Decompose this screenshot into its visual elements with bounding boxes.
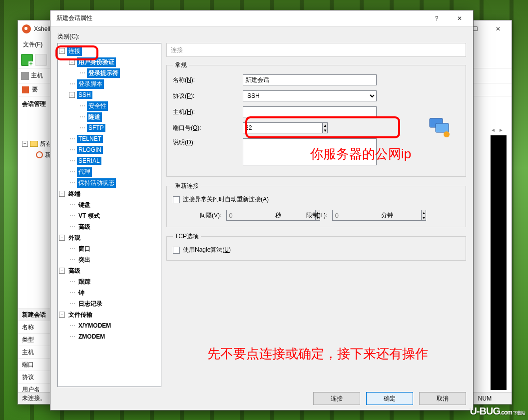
close-button[interactable]: ✕ bbox=[487, 21, 510, 36]
terminal-area bbox=[491, 135, 507, 390]
tree-advanced[interactable]: 高级 bbox=[77, 222, 92, 232]
auto-reconnect-checkbox[interactable] bbox=[173, 196, 180, 203]
dialog-close-button[interactable]: ✕ bbox=[448, 11, 471, 26]
tree-rlogin[interactable]: RLOGIN bbox=[77, 146, 103, 154]
tree-window[interactable]: 窗口 bbox=[77, 244, 92, 254]
tree-highlight[interactable]: 突出 bbox=[77, 255, 92, 265]
cancel-button[interactable]: 取消 bbox=[419, 392, 466, 405]
port-spinner[interactable]: ▲▼ bbox=[243, 122, 289, 133]
protocol-select[interactable]: SSH bbox=[243, 90, 377, 101]
tree-ssh[interactable]: SSH bbox=[77, 91, 92, 99]
tree-login-prompt[interactable]: 登录提示符 bbox=[87, 68, 120, 78]
dialog-titlebar[interactable]: 新建会话属性 ? ✕ bbox=[50, 10, 473, 26]
tree-keepalive[interactable]: 保持活动状态 bbox=[77, 178, 116, 188]
dialog-button-row: 连接 确定 取消 bbox=[57, 387, 466, 405]
limit-spinner: ▲▼ bbox=[332, 210, 376, 221]
tree-logging[interactable]: 日志记录 bbox=[77, 299, 104, 309]
new-session-icon[interactable]: + bbox=[21, 54, 33, 66]
pane-title: 连接 bbox=[166, 43, 466, 57]
tree-bell[interactable]: 钟 bbox=[77, 288, 86, 298]
session-icon bbox=[36, 151, 43, 158]
category-tree[interactable]: −连接 −用户身份验证 ⋯登录提示符 ⋯登录脚本 −SSH ⋯安全性 ⋯隧道 ⋯… bbox=[57, 43, 161, 387]
tree-collapse-icon[interactable]: − bbox=[22, 141, 28, 147]
spin-up-icon[interactable]: ▲ bbox=[323, 123, 327, 128]
tree-toggle-icon[interactable]: − bbox=[69, 92, 75, 98]
tree-auth[interactable]: 用户身份验证 bbox=[77, 57, 116, 67]
new-session-dialog: 新建会话属性 ? ✕ 类别(C): −连接 −用户身份验证 ⋯登录提示符 ⋯登录… bbox=[50, 10, 474, 411]
name-label: 名称(N): bbox=[173, 76, 243, 84]
svg-point-2 bbox=[444, 131, 450, 137]
xshell-logo-icon bbox=[22, 24, 31, 33]
status-left: 未连接。 bbox=[22, 394, 46, 403]
general-legend: 常规 bbox=[173, 61, 189, 69]
ok-button[interactable]: 确定 bbox=[366, 392, 413, 405]
reconnect-legend: 重新连接 bbox=[173, 182, 201, 190]
interval-unit: 秒 bbox=[275, 211, 281, 220]
tcp-group: TCP选项 使用Nagle算法(U) bbox=[166, 232, 466, 261]
spin-down-icon[interactable]: ▼ bbox=[323, 128, 327, 133]
toolbar-icon[interactable] bbox=[35, 54, 47, 66]
tree-toggle-icon[interactable]: − bbox=[59, 268, 65, 274]
tree-advanced2[interactable]: 高级 bbox=[67, 266, 82, 276]
limit-input bbox=[332, 210, 421, 221]
tree-proxy[interactable]: 代理 bbox=[77, 167, 92, 177]
tree-xymodem[interactable]: X/YMODEM bbox=[77, 322, 112, 330]
tree-toggle-icon[interactable]: − bbox=[59, 48, 65, 54]
address-label: 主机 bbox=[31, 71, 43, 80]
tree-serial[interactable]: SERIAL bbox=[77, 157, 101, 165]
tree-toggle-icon[interactable]: − bbox=[59, 235, 65, 241]
tree-terminal[interactable]: 终端 bbox=[67, 189, 82, 199]
tree-file-transfer[interactable]: 文件传输 bbox=[67, 310, 94, 320]
limit-label: 限制(L): bbox=[306, 211, 327, 220]
reconnect-group: 重新连接 连接异常关闭时自动重新连接(A) 间隔(V): ▲▼ 秒 bbox=[166, 182, 466, 227]
host-label: 主机(H): bbox=[173, 108, 243, 116]
tree-sftp[interactable]: SFTP bbox=[87, 124, 105, 132]
settings-pane: 连接 常规 名称(N): 协议(P bbox=[166, 43, 466, 387]
help-button[interactable]: ? bbox=[425, 11, 448, 26]
flag-icon bbox=[22, 86, 29, 93]
dialog-title: 新建会话属性 bbox=[56, 14, 425, 22]
tree-security[interactable]: 安全性 bbox=[87, 101, 108, 111]
protocol-label: 协议(P): bbox=[173, 92, 243, 100]
tcp-legend: TCP选项 bbox=[173, 232, 201, 241]
name-input[interactable] bbox=[243, 74, 377, 85]
host-input[interactable] bbox=[243, 106, 377, 117]
interval-label: 间隔(V): bbox=[200, 211, 221, 220]
auto-reconnect-label: 连接异常关闭时自动重新连接(A) bbox=[183, 195, 269, 204]
nagle-label: 使用Nagle算法(U) bbox=[183, 246, 231, 254]
tree-toggle-icon[interactable]: − bbox=[59, 191, 65, 197]
limit-unit: 分钟 bbox=[381, 211, 393, 220]
tree-toggle-icon[interactable]: − bbox=[69, 59, 75, 65]
session-bar-text: 要 bbox=[32, 85, 38, 94]
session-icon-preview[interactable] bbox=[428, 117, 453, 139]
desc-label: 说明(D): bbox=[173, 138, 243, 147]
tree-keyboard[interactable]: 键盘 bbox=[77, 200, 92, 210]
menu-file[interactable]: 文件(F) bbox=[23, 40, 42, 49]
tree-vt[interactable]: VT 模式 bbox=[77, 211, 101, 221]
port-label: 端口号(O): bbox=[173, 124, 243, 132]
watermark-badge: U-BUG.com 下载站 bbox=[470, 406, 525, 417]
home-icon bbox=[21, 72, 29, 80]
description-textarea[interactable] bbox=[243, 138, 377, 165]
connect-button[interactable]: 连接 bbox=[313, 392, 360, 405]
interval-input bbox=[226, 210, 315, 221]
tree-appearance[interactable]: 外观 bbox=[67, 233, 82, 243]
tree-trace[interactable]: 跟踪 bbox=[77, 277, 92, 287]
tree-tunnel[interactable]: 隧道 bbox=[87, 112, 102, 122]
general-group: 常规 名称(N): 协议(P): bbox=[166, 61, 466, 177]
interval-spinner: ▲▼ bbox=[226, 210, 270, 221]
svg-rect-1 bbox=[436, 123, 449, 132]
tree-connection[interactable]: 连接 bbox=[67, 46, 82, 56]
tree-zmodem[interactable]: ZMODEM bbox=[77, 333, 106, 341]
spin-up-icon: ▲ bbox=[422, 210, 426, 215]
port-input[interactable] bbox=[243, 122, 323, 133]
tree-telnet[interactable]: TELNET bbox=[77, 135, 103, 143]
tree-login-script[interactable]: 登录脚本 bbox=[77, 79, 104, 89]
folder-icon bbox=[30, 141, 38, 147]
parent-window-title: Xshell bbox=[34, 25, 50, 32]
nagle-checkbox[interactable] bbox=[173, 247, 180, 254]
category-label: 类别(C): bbox=[57, 32, 466, 41]
tree-toggle-icon[interactable]: − bbox=[59, 312, 65, 318]
spin-down-icon: ▼ bbox=[422, 215, 426, 220]
tab-scroll-arrows[interactable]: ◂▸ bbox=[492, 126, 507, 133]
